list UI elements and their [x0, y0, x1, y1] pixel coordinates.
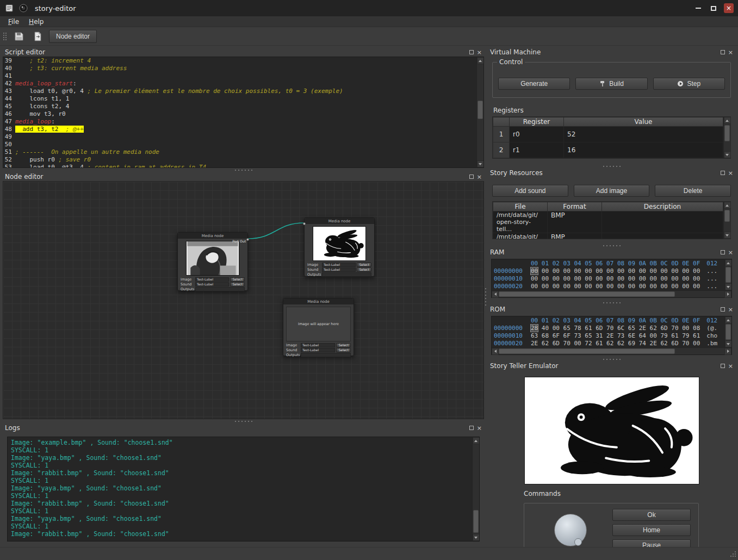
- rom-hex-view[interactable]: 00 01 02 03 04 05 06 07 08 09 0A 0B 0C 0…: [491, 316, 732, 355]
- close-panel-icon[interactable]: ×: [728, 250, 733, 256]
- format-column-header[interactable]: Format: [548, 202, 602, 211]
- node-row-value[interactable]: Test-Label: [322, 267, 356, 272]
- hex-row[interactable]: 0000000000 00 00 00 00 00 00 00 00 00 00…: [494, 267, 729, 275]
- media-node-1[interactable]: Media node Port Out ImageTest-L: [177, 232, 248, 291]
- float-panel-icon[interactable]: [721, 307, 725, 312]
- node-title[interactable]: Media node: [178, 233, 247, 239]
- rom-hscrollbar[interactable]: [492, 347, 731, 354]
- float-panel-icon[interactable]: [469, 426, 474, 430]
- scroll-right-icon[interactable]: [724, 291, 731, 298]
- code-line[interactable]: 53 load t0, @t3, 4 ; content in ram at a…: [3, 164, 483, 168]
- scroll-handle[interactable]: [725, 324, 731, 340]
- resource-row[interactable]: /mnt/data/git/open-story-tell…BMP: [493, 211, 723, 233]
- register-value-cell[interactable]: 52: [564, 127, 723, 142]
- scroll-track[interactable]: [477, 64, 483, 160]
- vm-dock-title[interactable]: Virtual Machine ×: [488, 48, 735, 57]
- description-column-header[interactable]: Description: [602, 202, 723, 211]
- node-title[interactable]: Media node: [305, 218, 374, 224]
- input-port[interactable]: [303, 222, 306, 225]
- code-line[interactable]: 44 lcons t1, 1: [3, 95, 483, 103]
- maximize-button[interactable]: [709, 3, 718, 13]
- splitter-columns[interactable]: [483, 48, 488, 546]
- scroll-track[interactable]: [724, 124, 730, 151]
- scroll-handle[interactable]: [477, 101, 483, 119]
- scroll-left-icon[interactable]: [492, 348, 499, 355]
- close-panel-icon[interactable]: ×: [728, 49, 733, 55]
- save-button[interactable]: [12, 29, 26, 43]
- code-line[interactable]: 46 mov t3, r0: [3, 110, 483, 118]
- scroll-track[interactable]: [499, 291, 724, 297]
- resource-format-cell[interactable]: BMP: [548, 233, 602, 240]
- node-editor-dock-title[interactable]: Node editor ×: [3, 172, 484, 181]
- scroll-track[interactable]: [724, 209, 730, 232]
- code-line[interactable]: 51; ------ On appelle un autre media nod…: [3, 148, 483, 156]
- close-panel-icon[interactable]: ×: [477, 425, 482, 431]
- hex-row[interactable]: 0000001063 68 6F 6F 73 65 31 2E 73 6E 64…: [494, 332, 729, 340]
- hex-selected-byte[interactable]: 00: [531, 267, 538, 275]
- delete-button[interactable]: Delete: [655, 185, 731, 197]
- code-line[interactable]: 41: [3, 72, 483, 80]
- register-row[interactable]: 2r116: [493, 142, 723, 158]
- scroll-handle[interactable]: [724, 125, 730, 141]
- register-column-header[interactable]: Register: [510, 117, 564, 127]
- scroll-track[interactable]: [499, 348, 724, 354]
- splitter-ram-rom[interactable]: [488, 301, 735, 305]
- register-row[interactable]: 1r052: [493, 127, 723, 142]
- scroll-down-icon[interactable]: [725, 283, 732, 290]
- code-line[interactable]: 50: [3, 141, 483, 148]
- code-line[interactable]: 45 lcons t2, 4: [3, 103, 483, 110]
- logs-scrollbar[interactable]: [472, 437, 479, 541]
- resources-dock-title[interactable]: Story Resources ×: [488, 169, 735, 177]
- ram-hscrollbar[interactable]: [492, 290, 731, 297]
- logs-dock-title[interactable]: Logs ×: [3, 424, 484, 432]
- splitter-rom-emulator[interactable]: [488, 357, 735, 362]
- close-panel-icon[interactable]: ×: [728, 363, 733, 369]
- node-row-value[interactable]: Test-Label: [195, 282, 229, 287]
- node-editor-toggle-button[interactable]: Node editor: [49, 30, 97, 43]
- float-panel-icon[interactable]: [721, 171, 725, 175]
- register-name-cell[interactable]: r1: [510, 142, 564, 158]
- node-select-button[interactable]: Select: [336, 343, 351, 347]
- scroll-down-icon[interactable]: [724, 151, 731, 158]
- splitter-node-logs[interactable]: [3, 419, 484, 424]
- script-editor-content[interactable]: 39 ; t2: increment 440 ; t3: current med…: [3, 57, 484, 168]
- resource-file-cell[interactable]: /mnt/data/git/open-story-tell…: [493, 211, 548, 233]
- node-select-button[interactable]: Select: [230, 277, 245, 282]
- resource-description-cell[interactable]: [602, 233, 723, 240]
- scroll-up-icon[interactable]: [477, 57, 484, 64]
- scroll-up-icon[interactable]: [725, 316, 732, 323]
- scroll-left-icon[interactable]: [492, 291, 499, 298]
- file-column-header[interactable]: File: [493, 202, 548, 211]
- splitter-vm-resources[interactable]: [488, 164, 735, 169]
- emulator-dock-title[interactable]: Story Teller Emulator ×: [488, 362, 735, 370]
- node-select-button[interactable]: Select: [230, 282, 245, 287]
- scroll-down-icon[interactable]: [724, 232, 731, 239]
- ram-dock-title[interactable]: RAM ×: [488, 248, 735, 257]
- media-node-3[interactable]: Media node Image will appear here ImageT…: [283, 298, 354, 356]
- scroll-track[interactable]: [473, 444, 479, 534]
- resize-grip[interactable]: [729, 551, 736, 558]
- add-image-button[interactable]: Add image: [574, 185, 650, 197]
- node-row-value[interactable]: Test-Label: [301, 348, 335, 352]
- node-canvas[interactable]: Media node Port Out ImageTest-L: [3, 181, 484, 419]
- code-line[interactable]: 47media_loop:: [3, 118, 483, 126]
- close-panel-icon[interactable]: ×: [728, 170, 733, 176]
- script-editor-scrollbar[interactable]: [476, 57, 483, 167]
- resource-description-cell[interactable]: [602, 211, 723, 233]
- float-panel-icon[interactable]: [469, 175, 474, 179]
- resources-scrollbar[interactable]: [723, 202, 730, 239]
- node-row-value[interactable]: [322, 272, 371, 277]
- node-row-value[interactable]: Test-Label: [195, 277, 229, 282]
- ram-vscrollbar[interactable]: [724, 259, 731, 290]
- export-button[interactable]: [30, 29, 45, 43]
- code-line[interactable]: 40 ; t3: current media address: [3, 65, 483, 72]
- resource-row[interactable]: /mnt/data/git/open-story-tell…BMP: [493, 233, 723, 240]
- close-panel-icon[interactable]: ×: [477, 174, 482, 180]
- register-value-cell[interactable]: 16: [564, 142, 723, 158]
- hex-row[interactable]: 0000002000 00 00 00 00 00 00 00 00 00 00…: [494, 283, 729, 290]
- code-line[interactable]: 39 ; t2: increment 4: [3, 57, 483, 65]
- scroll-handle[interactable]: [499, 291, 675, 297]
- menu-help[interactable]: Help: [24, 17, 48, 27]
- node-row-value[interactable]: Test-Label: [322, 263, 356, 267]
- hex-selected-byte[interactable]: 28: [531, 325, 538, 332]
